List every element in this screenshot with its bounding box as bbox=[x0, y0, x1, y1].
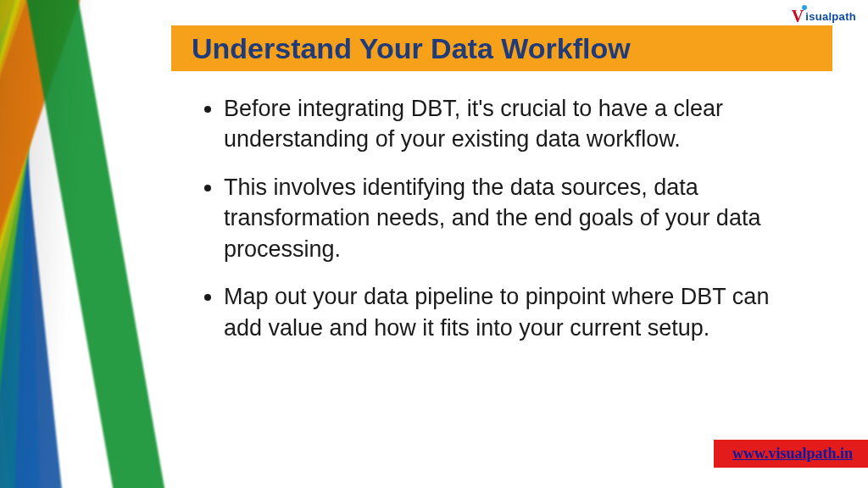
visualpath-logo: V isualpath bbox=[792, 7, 856, 26]
slide-content: Before integrating DBT, it's crucial to … bbox=[195, 93, 805, 360]
logo-text: isualpath bbox=[805, 10, 856, 23]
logo-v-letter: V bbox=[792, 7, 804, 26]
footer-link-pill: www.visualpath.in bbox=[714, 440, 868, 468]
title-bar: Understand Your Data Workflow bbox=[171, 25, 832, 71]
slide-title: Understand Your Data Workflow bbox=[192, 32, 631, 65]
bullet-item: Map out your data pipeline to pinpoint w… bbox=[224, 281, 805, 343]
bullet-list: Before integrating DBT, it's crucial to … bbox=[195, 93, 805, 343]
bullet-item: Before integrating DBT, it's crucial to … bbox=[224, 93, 805, 155]
footer-link[interactable]: www.visualpath.in bbox=[732, 445, 853, 462]
decorative-ribbon bbox=[0, 0, 203, 488]
bullet-item: This involves identifying the data sourc… bbox=[224, 172, 805, 264]
